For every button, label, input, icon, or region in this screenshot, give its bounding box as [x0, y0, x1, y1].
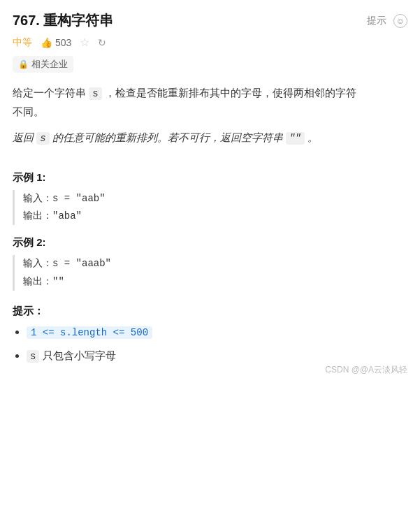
- hint2-text: 只包含小写字母: [43, 349, 116, 361]
- star-icon[interactable]: ☆: [80, 36, 89, 49]
- watermark: CSDN @@A云淡风轻: [325, 364, 407, 376]
- tag-row: 🔒 相关企业: [13, 56, 407, 73]
- example2-input: 输入：s = "aaab": [23, 255, 407, 273]
- hint1-code: 1 <= s.length <= 500: [27, 326, 152, 339]
- example1-output: 输出："aba": [23, 208, 407, 225]
- example2-output: 输出："": [23, 273, 407, 291]
- inline-quote-empty: "": [286, 132, 305, 145]
- header-right: 提示 ☺: [367, 14, 407, 28]
- hints-section: 提示： 1 <= s.length <= 500 s 只包含小写字母: [13, 305, 407, 365]
- hint2-s-code: s: [27, 350, 39, 363]
- hints-title: 提示：: [13, 305, 407, 318]
- inline-code-s2: s: [36, 132, 49, 145]
- lock-icon: 🔒: [18, 59, 29, 69]
- example2-title: 示例 2:: [13, 236, 407, 249]
- description-return: 返回 s 的任意可能的重新排列。若不可行，返回空字符串 "" 。: [13, 129, 407, 147]
- like-section: 👍 503: [41, 37, 71, 48]
- example1-block: 输入：s = "aab" 输出："aba": [13, 190, 407, 225]
- difficulty-badge: 中等: [13, 36, 32, 49]
- hint-list: 1 <= s.length <= 500 s 只包含小写字母: [13, 324, 407, 365]
- thumbs-up-icon[interactable]: 👍: [41, 37, 52, 48]
- refresh-icon[interactable]: ↻: [98, 37, 106, 48]
- example1-input: 输入：s = "aab": [23, 190, 407, 208]
- inline-code-s: s: [89, 87, 101, 100]
- company-tag[interactable]: 🔒 相关企业: [13, 56, 73, 73]
- hint-item-1: 1 <= s.length <= 500: [27, 324, 407, 340]
- problem-title: 767. 重构字符串: [13, 11, 113, 30]
- meta-row: 中等 👍 503 ☆ ↻: [13, 36, 407, 49]
- hint-label[interactable]: 提示: [367, 15, 386, 27]
- example2-block: 输入：s = "aaab" 输出："": [13, 255, 407, 290]
- like-count: 503: [55, 37, 71, 48]
- description-text: 给定一个字符串 s ，检查是否能重新排布其中的字母，使得两相邻的字符不同。: [13, 84, 407, 120]
- page-container: 767. 重构字符串 提示 ☺ 中等 👍 503 ☆ ↻ 🔒 相关企业 给定一个…: [0, 0, 420, 386]
- header-row: 767. 重构字符串 提示 ☺: [13, 11, 407, 30]
- smiley-icon[interactable]: ☺: [393, 14, 407, 28]
- hint-item-2: s 只包含小写字母: [27, 347, 407, 364]
- company-tag-label: 相关企业: [31, 58, 68, 71]
- example1-title: 示例 1:: [13, 171, 407, 184]
